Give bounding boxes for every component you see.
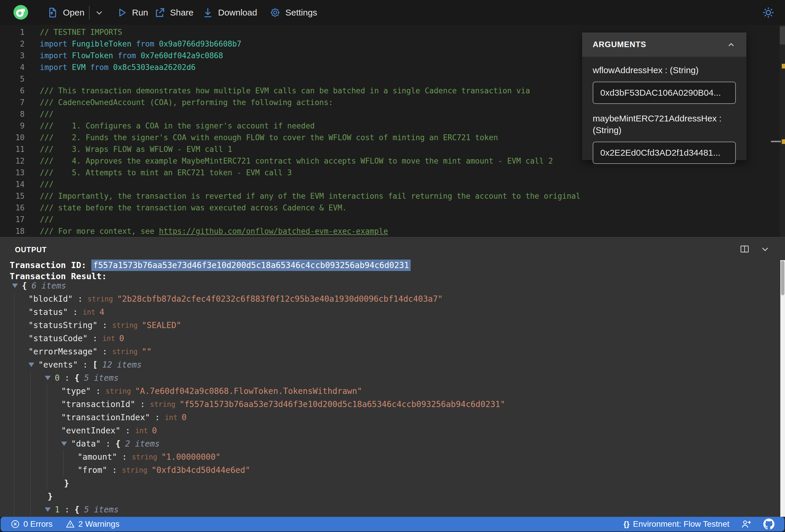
argument-input-maybemint[interactable]: 0x2E2Ed0Cfd3AD2f1d34481... xyxy=(593,142,736,164)
run-label: Run xyxy=(132,8,148,18)
json-row: "transactionIndex" : int0 xyxy=(0,411,773,424)
collapse-output-chevron-icon[interactable] xyxy=(760,244,770,254)
json-key: "statusString" xyxy=(28,321,98,330)
value-type-label: int xyxy=(165,413,177,422)
warnings-status[interactable]: 2 Warnings xyxy=(66,520,120,529)
json-row: {6 items xyxy=(0,279,773,292)
collapse-chevron-up-icon[interactable] xyxy=(727,40,736,49)
item-count: 12 items xyxy=(102,360,142,370)
json-value: "A.7e60df042a9c0868.FlowToken.TokensWith… xyxy=(135,386,362,396)
code-line: 13/// 5. Attempts to mint an ERC721 toke… xyxy=(0,167,779,178)
value-type-label: string xyxy=(87,295,113,303)
settings-button[interactable]: Settings xyxy=(269,0,317,25)
open-button[interactable]: Open xyxy=(47,0,84,25)
line-number: 5 xyxy=(0,75,25,83)
json-key: "data" xyxy=(71,439,101,449)
download-button[interactable]: Download xyxy=(202,0,257,25)
code-text: import FungibleToken from 0x9a0766d93b66… xyxy=(40,40,242,48)
settings-label: Settings xyxy=(285,8,317,18)
json-row: "from" : string"0xfd3b4cd50d44e6ed" xyxy=(0,463,773,477)
environment-status[interactable]: {} Environment: Flow Testnet xyxy=(624,520,729,529)
editor-scrollbar[interactable] xyxy=(780,25,785,237)
json-row: "amount" : string"1.00000000" xyxy=(0,450,773,463)
json-row: "blockId" : string"2b28cbfb87da2cfec4f02… xyxy=(0,292,773,305)
code-line: 16/// state before the transaction was e… xyxy=(0,202,779,213)
json-row: "errorMessage" : string"" xyxy=(0,345,773,358)
code-text: /// This transaction demonstrates how mu… xyxy=(40,86,530,95)
warning-marker xyxy=(782,64,785,69)
open-dropdown-chevron[interactable] xyxy=(94,0,104,25)
json-value: "SEALED" xyxy=(142,321,181,330)
cursor-position-marker xyxy=(771,141,781,142)
code-text: // TESTNET IMPORTS xyxy=(40,28,122,36)
json-value: 4 xyxy=(100,307,104,317)
value-type-label: int xyxy=(135,427,148,435)
json-key: "from" xyxy=(78,465,107,475)
editor-scrollbar-thumb[interactable] xyxy=(780,26,785,45)
json-key: 0 xyxy=(55,373,60,383)
warning-triangle-icon xyxy=(66,520,75,529)
json-value: "2b28cbfb87da2cfec4f0232c6f883f0f12c95b3… xyxy=(117,294,443,304)
line-number: 13 xyxy=(0,168,25,177)
expand-triangle-icon[interactable] xyxy=(12,283,18,288)
code-text: /// xyxy=(40,110,54,119)
code-text: import FlowToken from 0x7e60df042a9c0868 xyxy=(40,51,223,60)
json-key: "type" xyxy=(61,386,91,396)
errors-label: 0 Errors xyxy=(23,520,53,529)
errors-status[interactable]: 0 Errors xyxy=(10,520,53,529)
json-key: "amount" xyxy=(78,452,117,462)
flow-logo-icon[interactable] xyxy=(14,5,28,20)
line-number: 10 xyxy=(0,133,25,142)
arguments-panel-header[interactable]: ARGUMENTS xyxy=(582,32,746,57)
environment-label: Environment: Flow Testnet xyxy=(633,520,729,529)
line-number: 15 xyxy=(0,192,25,200)
settings-gear-icon xyxy=(269,7,281,19)
github-icon[interactable] xyxy=(763,518,775,530)
code-line: 17/// xyxy=(0,213,779,225)
transaction-id-value[interactable]: f557a1573b76aa53e73d46f3e10d200d5c18a653… xyxy=(91,259,411,271)
json-row: "eventIndex" : int0 xyxy=(0,424,773,437)
expand-triangle-icon[interactable] xyxy=(28,362,34,367)
braces-icon: {} xyxy=(624,520,629,529)
line-number: 6 xyxy=(0,86,25,95)
value-type-label: int xyxy=(102,334,115,343)
theme-toggle-button[interactable] xyxy=(762,0,775,25)
item-count: 6 items xyxy=(32,281,66,290)
share-button[interactable]: Share xyxy=(154,0,194,25)
transaction-id-row: Transaction ID: f557a1573b76aa53e73d46f3… xyxy=(10,260,411,270)
json-key: "transactionIndex" xyxy=(61,413,150,422)
value-type-label: string xyxy=(150,400,175,408)
line-number: 1 xyxy=(0,28,25,36)
split-panel-icon[interactable] xyxy=(739,244,750,254)
line-number: 8 xyxy=(0,110,25,119)
json-value: 0 xyxy=(181,413,186,422)
expand-triangle-icon[interactable] xyxy=(45,376,51,380)
expand-triangle-icon[interactable] xyxy=(61,441,67,446)
code-line: 15/// Importantly, the transaction is re… xyxy=(0,190,779,202)
json-row: 1 : {5 items xyxy=(0,503,773,516)
json-close-row: } xyxy=(0,477,773,490)
json-key: "status" xyxy=(28,307,68,317)
json-row: "status" : int4 xyxy=(0,305,773,319)
json-key: "statusCode" xyxy=(28,334,87,343)
json-key: "errorMessage" xyxy=(28,347,98,356)
value-type-label: string xyxy=(122,466,148,474)
feedback-person-icon[interactable] xyxy=(741,519,752,529)
output-scrollbar-thumb[interactable] xyxy=(781,261,784,295)
open-file-icon xyxy=(47,7,58,19)
output-scrollbar[interactable] xyxy=(780,260,785,517)
code-editor[interactable]: 1// TESTNET IMPORTS2import FungibleToken… xyxy=(0,25,785,237)
json-row: "statusString" : string"SEALED" xyxy=(0,319,773,332)
code-text: /// xyxy=(40,180,54,189)
json-row: "events" : [12 items xyxy=(0,358,773,371)
run-button[interactable]: Run xyxy=(116,0,148,25)
open-label: Open xyxy=(63,8,84,18)
status-bar: 0 Errors 2 Warnings {} Environment: Flow… xyxy=(1,517,784,531)
line-number: 18 xyxy=(0,227,25,235)
expand-triangle-icon[interactable] xyxy=(45,507,51,512)
warning-marker xyxy=(782,139,785,144)
json-result-tree: {6 items"blockId" : string"2b28cbfb87da2… xyxy=(0,279,773,517)
share-label: Share xyxy=(170,8,194,18)
warnings-label: 2 Warnings xyxy=(78,520,120,529)
argument-input-wflow[interactable]: 0xd3bF53DAC106A0290B04... xyxy=(593,82,736,104)
